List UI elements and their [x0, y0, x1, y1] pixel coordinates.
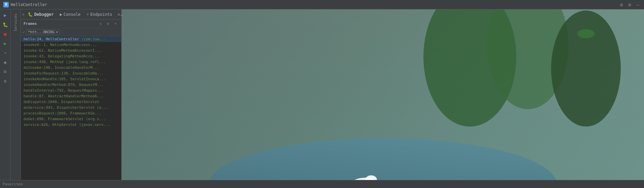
app-icon: H [3, 2, 9, 7]
endpoints-tab-icon: ⚡ [87, 12, 89, 17]
settings-btn[interactable]: ⚙ [619, 2, 624, 7]
frame-item[interactable]: invoke:62, NativeMethodAccessorI... [21, 48, 121, 53]
minimize-btn[interactable]: — [635, 2, 641, 7]
frame-item[interactable]: invoke0:-1, NativeMethodAccess... [21, 42, 121, 48]
btn-bar[interactable]: ≡ [118, 11, 120, 18]
title-bar-controls: ⚙ ⚙ — [619, 2, 641, 7]
frame-item[interactable]: invokeForRequest:138, InvocableHa... [21, 70, 121, 76]
frame-item[interactable]: doGet:898, FrameworkServlet (org.s... [21, 116, 121, 122]
frame-item[interactable]: invokeHandlerMethod:878, RequestM... [21, 82, 121, 88]
frames-add-btn[interactable]: + [112, 21, 119, 27]
frames-panel: Frames ↕ ⊘ + ✓ *htt...NNING ▾ [21, 19, 121, 180]
favorites-bar: Favorites [0, 180, 644, 188]
sidebar-stepover-icon[interactable]: ↷ [1, 48, 10, 57]
frames-list: hello:24, HelloController (com.txw... in… [21, 36, 121, 180]
thread-selector: ✓ *htt...NNING ▾ [21, 28, 121, 36]
tab-debugger[interactable]: 🐛 Debugger [25, 11, 56, 17]
expand-btn[interactable]: « [22, 11, 25, 18]
title-bar-text: HelloController [11, 2, 47, 7]
background-illustration [122, 9, 644, 180]
dropdown-arrow-icon: ▾ [56, 30, 58, 34]
debugger-panel: « 🐛 Debugger ▶ Console ⚡ Endpoints ≡ ▲ ↓… [21, 9, 122, 180]
frame-item[interactable]: hello:24, HelloController (com.txw... [21, 36, 121, 42]
frames-header-actions: ↕ ⊘ + [98, 21, 119, 27]
frames-title: Frames [24, 21, 37, 26]
sidebar-debug-icon[interactable]: 🐛 [1, 20, 10, 29]
frame-item[interactable]: doInvoke:190, InvocableHandlerM... [21, 65, 121, 70]
gear-btn[interactable]: ⚙ [627, 2, 632, 7]
tab-endpoints[interactable]: ⚡ Endpoints [84, 11, 115, 17]
console-tab-icon: ▶ [60, 12, 62, 17]
svg-point-8 [577, 29, 595, 39]
frame-item[interactable]: invokeAndHandle:105, ServletInvoca... [21, 76, 121, 82]
frame-item[interactable]: handle:87, AbstractHandlerMethodA... [21, 93, 121, 99]
frames-filter-btn[interactable]: ⊘ [105, 21, 111, 27]
frame-item[interactable]: invoke:43, DelegatingMethodAcce... [21, 53, 121, 59]
right-pane [122, 9, 644, 180]
frame-item[interactable]: processRequest:1006, FrameworkSe... [21, 110, 121, 116]
frames-panel-header: Frames ↕ ⊘ + [21, 19, 121, 28]
endpoints-tab-label: Endpoints [90, 12, 112, 17]
main-layout: ▶ 🐛 ■ ▶ ↷ ◉ ⊞ ⚙ Services « 🐛 Debugger ▶ … [0, 9, 644, 180]
frame-item[interactable]: handleInternal:792, RequestMappin... [21, 88, 121, 93]
services-panel: Services [11, 9, 21, 180]
sidebar-settings-icon[interactable]: ⚙ [1, 77, 10, 85]
title-bar: H HelloController ⚙ ⚙ — [0, 0, 644, 9]
debugger-tab-label: Debugger [34, 12, 54, 17]
sidebar-icons: ▶ 🐛 ■ ▶ ↷ ◉ ⊞ ⚙ [0, 9, 11, 180]
favorites-label: Favorites [3, 182, 23, 186]
debug-content: Frames ↕ ⊘ + ✓ *htt...NNING ▾ [21, 19, 121, 180]
thread-name: *htt...NNING [28, 30, 54, 34]
frame-item[interactable]: invoke:498, Method (java.lang.refl... [21, 59, 121, 65]
thread-dropdown[interactable]: *htt...NNING ▾ [26, 29, 60, 35]
debug-toolbar: « 🐛 Debugger ▶ Console ⚡ Endpoints ≡ ▲ ↓… [21, 9, 121, 19]
frame-item[interactable]: doService:943, DispatcherServlet (o... [21, 105, 121, 110]
console-tab-label: Console [63, 12, 81, 17]
sidebar-grid-icon[interactable]: ⊞ [1, 67, 10, 76]
sidebar-camera-icon[interactable]: ◉ [1, 58, 10, 66]
debugger-tab-icon: 🐛 [28, 12, 33, 17]
sidebar-run-icon[interactable]: ▶ [1, 11, 10, 19]
frame-item[interactable]: doDispatch:1040, DispatcherServlet [21, 99, 121, 105]
sidebar-build-icon[interactable]: ▶ [1, 39, 10, 48]
frame-method: hello:24, HelloController [24, 37, 81, 41]
services-label[interactable]: Services [13, 13, 18, 31]
tab-console[interactable]: ▶ Console [57, 11, 83, 17]
frame-location: (com.txw... [81, 37, 106, 41]
sidebar-stop-icon[interactable]: ■ [1, 30, 10, 38]
thread-icon: ✓ [23, 30, 25, 34]
svg-point-3 [551, 10, 620, 127]
frames-sort-btn[interactable]: ↕ [98, 21, 104, 27]
frame-item[interactable]: service:626, HttpServlet (javax.serv... [21, 122, 121, 128]
